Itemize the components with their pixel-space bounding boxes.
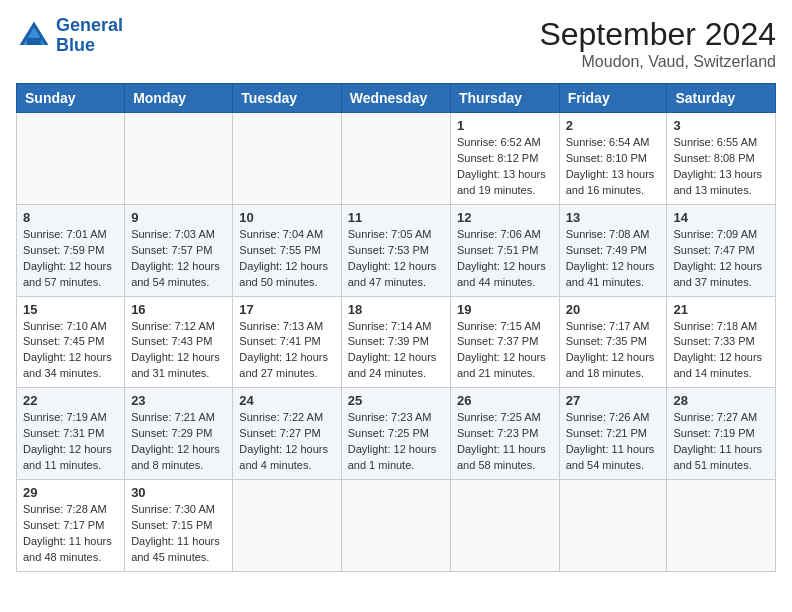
day-number: 13 (566, 210, 661, 225)
calendar-cell (341, 480, 450, 572)
day-number: 21 (673, 302, 769, 317)
day-number: 9 (131, 210, 226, 225)
calendar-week-3: 15Sunrise: 7:10 AMSunset: 7:45 PMDayligh… (17, 296, 776, 388)
day-number: 18 (348, 302, 444, 317)
logo: General Blue (16, 16, 123, 56)
day-info: Sunrise: 7:23 AMSunset: 7:25 PMDaylight:… (348, 410, 444, 474)
day-info: Sunrise: 7:17 AMSunset: 7:35 PMDaylight:… (566, 319, 661, 383)
calendar-header-thursday: Thursday (451, 84, 560, 113)
day-info: Sunrise: 6:54 AMSunset: 8:10 PMDaylight:… (566, 135, 661, 199)
calendar-cell: 10Sunrise: 7:04 AMSunset: 7:55 PMDayligh… (233, 204, 341, 296)
month-title: September 2024 (539, 16, 776, 53)
calendar-cell (125, 113, 233, 205)
calendar-week-1: 1Sunrise: 6:52 AMSunset: 8:12 PMDaylight… (17, 113, 776, 205)
calendar-cell: 24Sunrise: 7:22 AMSunset: 7:27 PMDayligh… (233, 388, 341, 480)
calendar-header-monday: Monday (125, 84, 233, 113)
calendar-cell: 27Sunrise: 7:26 AMSunset: 7:21 PMDayligh… (559, 388, 667, 480)
calendar-cell: 9Sunrise: 7:03 AMSunset: 7:57 PMDaylight… (125, 204, 233, 296)
calendar-cell: 20Sunrise: 7:17 AMSunset: 7:35 PMDayligh… (559, 296, 667, 388)
calendar-cell: 2Sunrise: 6:54 AMSunset: 8:10 PMDaylight… (559, 113, 667, 205)
day-info: Sunrise: 7:06 AMSunset: 7:51 PMDaylight:… (457, 227, 553, 291)
calendar-cell: 12Sunrise: 7:06 AMSunset: 7:51 PMDayligh… (451, 204, 560, 296)
day-number: 2 (566, 118, 661, 133)
day-info: Sunrise: 7:28 AMSunset: 7:17 PMDaylight:… (23, 502, 118, 566)
day-number: 28 (673, 393, 769, 408)
day-info: Sunrise: 7:12 AMSunset: 7:43 PMDaylight:… (131, 319, 226, 383)
day-info: Sunrise: 7:05 AMSunset: 7:53 PMDaylight:… (348, 227, 444, 291)
calendar-cell: 11Sunrise: 7:05 AMSunset: 7:53 PMDayligh… (341, 204, 450, 296)
calendar-cell (341, 113, 450, 205)
calendar-cell: 26Sunrise: 7:25 AMSunset: 7:23 PMDayligh… (451, 388, 560, 480)
day-info: Sunrise: 7:25 AMSunset: 7:23 PMDaylight:… (457, 410, 553, 474)
day-info: Sunrise: 7:26 AMSunset: 7:21 PMDaylight:… (566, 410, 661, 474)
day-number: 23 (131, 393, 226, 408)
calendar-cell: 23Sunrise: 7:21 AMSunset: 7:29 PMDayligh… (125, 388, 233, 480)
day-number: 10 (239, 210, 334, 225)
calendar-cell (559, 480, 667, 572)
calendar-header-sunday: Sunday (17, 84, 125, 113)
calendar-cell: 14Sunrise: 7:09 AMSunset: 7:47 PMDayligh… (667, 204, 776, 296)
page-header: General Blue September 2024 Moudon, Vaud… (16, 16, 776, 71)
day-info: Sunrise: 7:10 AMSunset: 7:45 PMDaylight:… (23, 319, 118, 383)
calendar-header-friday: Friday (559, 84, 667, 113)
day-number: 8 (23, 210, 118, 225)
day-number: 3 (673, 118, 769, 133)
location: Moudon, Vaud, Switzerland (539, 53, 776, 71)
calendar-table: SundayMondayTuesdayWednesdayThursdayFrid… (16, 83, 776, 572)
day-number: 24 (239, 393, 334, 408)
day-number: 14 (673, 210, 769, 225)
calendar-week-4: 22Sunrise: 7:19 AMSunset: 7:31 PMDayligh… (17, 388, 776, 480)
logo-icon (16, 18, 52, 54)
day-number: 22 (23, 393, 118, 408)
day-info: Sunrise: 6:52 AMSunset: 8:12 PMDaylight:… (457, 135, 553, 199)
day-info: Sunrise: 7:22 AMSunset: 7:27 PMDaylight:… (239, 410, 334, 474)
calendar-cell: 28Sunrise: 7:27 AMSunset: 7:19 PMDayligh… (667, 388, 776, 480)
day-number: 1 (457, 118, 553, 133)
calendar-cell: 18Sunrise: 7:14 AMSunset: 7:39 PMDayligh… (341, 296, 450, 388)
calendar-cell: 22Sunrise: 7:19 AMSunset: 7:31 PMDayligh… (17, 388, 125, 480)
day-info: Sunrise: 7:04 AMSunset: 7:55 PMDaylight:… (239, 227, 334, 291)
day-number: 30 (131, 485, 226, 500)
day-number: 26 (457, 393, 553, 408)
calendar-header-tuesday: Tuesday (233, 84, 341, 113)
day-number: 11 (348, 210, 444, 225)
day-info: Sunrise: 7:14 AMSunset: 7:39 PMDaylight:… (348, 319, 444, 383)
day-info: Sunrise: 7:01 AMSunset: 7:59 PMDaylight:… (23, 227, 118, 291)
calendar-week-2: 8Sunrise: 7:01 AMSunset: 7:59 PMDaylight… (17, 204, 776, 296)
calendar-cell (233, 480, 341, 572)
calendar-cell: 29Sunrise: 7:28 AMSunset: 7:17 PMDayligh… (17, 480, 125, 572)
calendar-cell (17, 113, 125, 205)
calendar-cell: 1Sunrise: 6:52 AMSunset: 8:12 PMDaylight… (451, 113, 560, 205)
calendar-cell: 21Sunrise: 7:18 AMSunset: 7:33 PMDayligh… (667, 296, 776, 388)
calendar-cell: 30Sunrise: 7:30 AMSunset: 7:15 PMDayligh… (125, 480, 233, 572)
day-info: Sunrise: 7:27 AMSunset: 7:19 PMDaylight:… (673, 410, 769, 474)
day-info: Sunrise: 7:09 AMSunset: 7:47 PMDaylight:… (673, 227, 769, 291)
calendar-header-row: SundayMondayTuesdayWednesdayThursdayFrid… (17, 84, 776, 113)
title-section: September 2024 Moudon, Vaud, Switzerland (539, 16, 776, 71)
calendar-cell: 8Sunrise: 7:01 AMSunset: 7:59 PMDaylight… (17, 204, 125, 296)
day-info: Sunrise: 7:18 AMSunset: 7:33 PMDaylight:… (673, 319, 769, 383)
day-info: Sunrise: 6:55 AMSunset: 8:08 PMDaylight:… (673, 135, 769, 199)
day-info: Sunrise: 7:15 AMSunset: 7:37 PMDaylight:… (457, 319, 553, 383)
calendar-cell: 25Sunrise: 7:23 AMSunset: 7:25 PMDayligh… (341, 388, 450, 480)
day-info: Sunrise: 7:03 AMSunset: 7:57 PMDaylight:… (131, 227, 226, 291)
day-info: Sunrise: 7:30 AMSunset: 7:15 PMDaylight:… (131, 502, 226, 566)
calendar-cell (233, 113, 341, 205)
calendar-cell: 13Sunrise: 7:08 AMSunset: 7:49 PMDayligh… (559, 204, 667, 296)
day-info: Sunrise: 7:13 AMSunset: 7:41 PMDaylight:… (239, 319, 334, 383)
calendar-cell: 19Sunrise: 7:15 AMSunset: 7:37 PMDayligh… (451, 296, 560, 388)
day-number: 12 (457, 210, 553, 225)
calendar-week-5: 29Sunrise: 7:28 AMSunset: 7:17 PMDayligh… (17, 480, 776, 572)
logo-text: General Blue (56, 16, 123, 56)
day-number: 20 (566, 302, 661, 317)
day-number: 15 (23, 302, 118, 317)
day-number: 19 (457, 302, 553, 317)
calendar-cell: 3Sunrise: 6:55 AMSunset: 8:08 PMDaylight… (667, 113, 776, 205)
calendar-cell (667, 480, 776, 572)
calendar-cell: 17Sunrise: 7:13 AMSunset: 7:41 PMDayligh… (233, 296, 341, 388)
day-info: Sunrise: 7:08 AMSunset: 7:49 PMDaylight:… (566, 227, 661, 291)
calendar-header-saturday: Saturday (667, 84, 776, 113)
calendar-cell: 15Sunrise: 7:10 AMSunset: 7:45 PMDayligh… (17, 296, 125, 388)
day-number: 17 (239, 302, 334, 317)
day-info: Sunrise: 7:19 AMSunset: 7:31 PMDaylight:… (23, 410, 118, 474)
